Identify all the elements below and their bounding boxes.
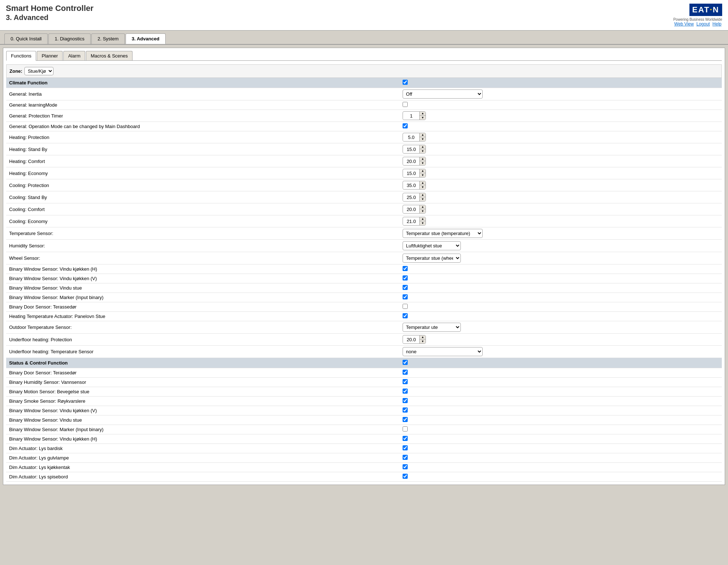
status-humidity-sensor-checkbox[interactable] [403,379,408,384]
heating-standby-up[interactable]: ▲ [420,145,426,149]
tab-system[interactable]: 2. System [91,33,125,44]
learning-mode-checkbox[interactable] [403,102,408,107]
row-label: General: Inertia [6,88,400,100]
row-label: Cooling: Protection [6,179,400,191]
table-row: Cooling: Comfort ▲ ▼ [6,203,722,215]
cooling-comfort-down[interactable]: ▼ [420,209,426,213]
status-window-kjokken-h-checkbox[interactable] [403,436,408,441]
row-label: Binary Window Sensor: Vindu kjøkken (V) [6,406,400,415]
tab-advanced[interactable]: 3. Advanced [126,33,166,44]
underfloor-protection-down[interactable]: ▼ [420,339,426,343]
web-view-link[interactable]: Web View [674,21,694,27]
zone-label: Zone: [9,68,22,74]
heating-economy-input[interactable] [403,170,419,177]
cooling-economy-input[interactable] [403,218,419,225]
underfloor-protection-spin-btns: ▲ ▼ [419,335,426,343]
outdoor-temp-sensor-select[interactable]: Temperatur ute none [403,323,461,332]
heating-protection-input[interactable] [403,134,419,141]
table-row: Wheel Sensor: Temperatur stue (wheel) no… [6,252,722,264]
tab-diagnostics[interactable]: 1. Diagnostics [48,33,91,44]
cooling-standby-up[interactable]: ▲ [420,193,426,197]
heating-temp-actuator-checkbox[interactable] [403,313,408,318]
bin-window-marker-checkbox[interactable] [403,294,408,299]
sub-tab-alarm[interactable]: Alarm [63,51,85,60]
table-row: Underfloor heating: Protection ▲ ▼ [6,334,722,346]
heating-protection-down[interactable]: ▼ [420,137,426,141]
main-tab-bar: 0. Quick Install 1. Diagnostics 2. Syste… [0,31,728,45]
heating-comfort-down[interactable]: ▼ [420,161,426,165]
bin-window-kjokken-v-checkbox[interactable] [403,275,408,280]
tab-quick-install[interactable]: 0. Quick Install [4,33,48,44]
row-label: Binary Window Sensor: Vindu stue [6,283,400,293]
table-row: General: Inertia OffLowMediumHigh [6,88,722,100]
heating-protection-up[interactable]: ▲ [420,133,426,137]
help-link[interactable]: Help [712,21,721,27]
table-row: Humidity Sensor: Luftfuktighet stue none [6,240,722,252]
protection-timer-down[interactable]: ▼ [420,116,426,120]
sub-tab-macros-scenes[interactable]: Macros & Scenes [86,51,132,60]
bin-door-terasse-checkbox[interactable] [403,304,408,309]
status-window-stue-checkbox[interactable] [403,417,408,422]
underfloor-temp-sensor-select[interactable]: none Temperatur stue (temperature) [403,347,483,356]
status-dim-gulvlampe-checkbox[interactable] [403,455,408,460]
table-row: Binary Humidity Sensor: Vannsensor [6,378,722,387]
heating-economy-up[interactable]: ▲ [420,169,426,173]
cooling-standby-down[interactable]: ▼ [420,197,426,201]
status-smoke-sensor-checkbox[interactable] [403,398,408,403]
cooling-comfort-input[interactable] [403,206,419,213]
heating-protection-spin-btns: ▲ ▼ [419,133,426,141]
operation-mode-checkbox[interactable] [403,123,408,128]
eaton-tagline: Powering Business Worldwide [673,17,722,21]
cooling-comfort-up[interactable]: ▲ [420,205,426,209]
row-label: Binary Door Sensor: Terassedør [6,368,400,378]
cooling-protection-down[interactable]: ▼ [420,185,426,189]
climate-function-checkbox[interactable] [403,80,408,85]
sub-tab-planner[interactable]: Planner [37,51,63,60]
row-label: Dim Actuator: Lys spisebord [6,472,400,482]
bin-window-stue-checkbox[interactable] [403,285,408,290]
table-row: Temperature Sensor: Temperatur stue (tem… [6,227,722,240]
wheel-sensor-select[interactable]: Temperatur stue (wheel) none [403,254,461,263]
status-section-label: Status & Control Function [6,358,400,368]
status-dim-bardisk-checkbox[interactable] [403,445,408,450]
climate-section-label: Climate Function [6,78,400,88]
heating-comfort-input[interactable] [403,158,419,165]
underfloor-protection-spinner: ▲ ▼ [403,335,426,344]
table-row: Dim Actuator: Lys kjøkkentak [6,463,722,472]
cooling-protection-input[interactable] [403,182,419,189]
table-row: Cooling: Economy ▲ ▼ [6,215,722,227]
cooling-standby-input[interactable] [403,194,419,201]
page-header: Smart Home Controller 3. Advanced EAT·N … [0,0,728,31]
logout-link[interactable]: Logout [696,21,710,27]
status-window-kjokken-v-checkbox[interactable] [403,407,408,413]
heating-standby-input[interactable] [403,146,419,153]
status-dim-kjokkentak-checkbox[interactable] [403,464,408,469]
heating-standby-down[interactable]: ▼ [420,149,426,153]
status-door-terasse-checkbox[interactable] [403,370,408,375]
status-window-marker-checkbox[interactable] [403,426,408,431]
row-label: Heating: Stand By [6,143,400,155]
heating-comfort-up[interactable]: ▲ [420,157,426,161]
humidity-sensor-select[interactable]: Luftfuktighet stue none [403,241,461,250]
cooling-economy-up[interactable]: ▲ [420,217,426,221]
heating-economy-down[interactable]: ▼ [420,173,426,177]
zone-row: Zone: Stue/Kjøkken Soverom Bad Gang [6,64,722,78]
sub-tab-functions[interactable]: Functions [6,51,36,61]
protection-timer-input[interactable] [403,112,419,119]
heating-standby-spinner: ▲ ▼ [403,145,426,154]
cooling-protection-spinner: ▲ ▼ [403,181,426,190]
bin-window-kjokken-h-checkbox[interactable] [403,266,408,271]
inertia-select[interactable]: OffLowMediumHigh [403,89,483,99]
status-function-checkbox[interactable] [403,360,408,365]
zone-select[interactable]: Stue/Kjøkken Soverom Bad Gang [24,67,54,75]
cooling-economy-down[interactable]: ▼ [420,221,426,225]
underfloor-protection-up[interactable]: ▲ [420,335,426,339]
underfloor-protection-input[interactable] [403,336,419,343]
table-row: Binary Door Sensor: Terassedør [6,368,722,378]
status-dim-spisebord-checkbox[interactable] [403,474,408,479]
cooling-protection-up[interactable]: ▲ [420,181,426,185]
sub-tab-bar: Functions Planner Alarm Macros & Scenes [6,51,722,61]
status-motion-sensor-checkbox[interactable] [403,389,408,394]
protection-timer-up[interactable]: ▲ [420,112,426,116]
temperature-sensor-select[interactable]: Temperatur stue (temperature) none [403,229,483,238]
